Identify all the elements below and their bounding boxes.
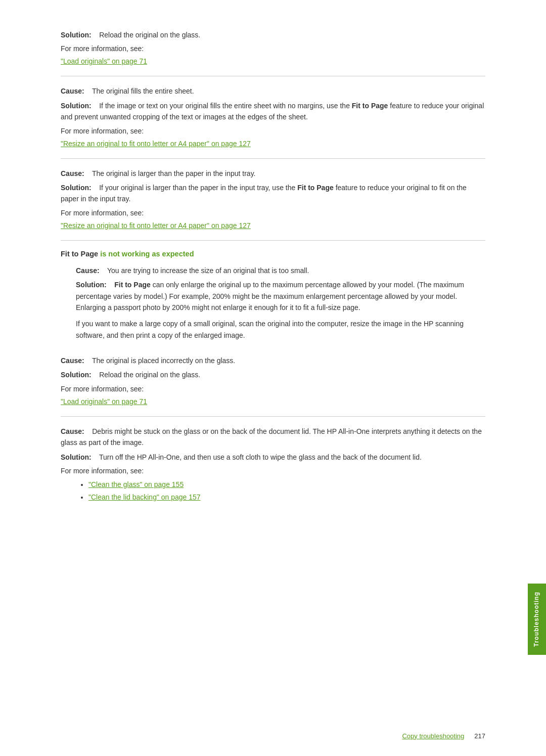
cause-5: Cause: The original is placed incorrectl… — [61, 355, 485, 366]
cause-2: Cause: The original fills the entire she… — [61, 85, 485, 97]
section-3: Cause: The original is larger than the p… — [61, 159, 485, 241]
solution-6: Solution: Turn off the HP All-in-One, an… — [61, 452, 485, 463]
solution-label-5: Solution: — [61, 371, 92, 379]
cause-label-2: Cause: — [61, 87, 84, 95]
side-tab-troubleshooting[interactable]: Troubleshooting — [528, 584, 546, 655]
info-label-2: For more information, see: — [61, 126, 485, 137]
link-1[interactable]: "Load originals" on page 71 — [61, 56, 485, 67]
bullet-item-2: "Clean the lid backing" on page 157 — [88, 492, 485, 503]
cause-label-3: Cause: — [61, 169, 84, 177]
info-label-6: For more information, see: — [61, 466, 485, 476]
bullet-item-1: "Clean the glass" on page 155 — [88, 479, 485, 490]
footer-copy-troubleshooting[interactable]: Copy troubleshooting — [402, 731, 464, 741]
fit-to-page-heading: Fit to Page is not working as expected — [61, 250, 485, 258]
solution-label-2: Solution: — [61, 102, 92, 110]
solution-label-1: Solution: — [61, 31, 92, 39]
cause-6: Cause: Debris might be stuck on the glas… — [61, 426, 485, 449]
info-label-5: For more information, see: — [61, 384, 485, 394]
heading-green-text: is not working as expected — [100, 250, 194, 258]
section-1: Solution: Reload the original on the gla… — [61, 20, 485, 76]
solution-label-3: Solution: — [61, 184, 92, 192]
link-2[interactable]: "Resize an original to fit onto letter o… — [61, 139, 485, 149]
cause-label-5: Cause: — [61, 357, 84, 365]
info-label-3: For more information, see: — [61, 208, 485, 218]
section-2: Cause: The original fills the entire she… — [61, 76, 485, 158]
section-4-indent: Cause: You are trying to increase the si… — [61, 265, 485, 341]
cause-3: Cause: The original is larger than the p… — [61, 168, 485, 179]
link-3[interactable]: "Resize an original to fit onto letter o… — [61, 220, 485, 231]
fit-to-page-heading-section: Fit to Page is not working as expected C… — [61, 241, 485, 346]
extra-paragraph-4: If you want to make a large copy of a sm… — [76, 318, 485, 341]
bullet-list-6: "Clean the glass" on page 155 "Clean the… — [61, 479, 485, 503]
bullet-link-1[interactable]: "Clean the glass" on page 155 — [88, 480, 184, 488]
solution-2: Solution: If the image or text on your o… — [61, 100, 485, 123]
page-footer: Copy troubleshooting 217 — [61, 731, 485, 741]
info-label-1: For more information, see: — [61, 43, 485, 54]
page-number: 217 — [474, 732, 485, 740]
section-5: Cause: The original is placed incorrectl… — [61, 346, 485, 417]
bullet-link-2[interactable]: "Clean the lid backing" on page 157 — [88, 493, 201, 501]
solution-5: Solution: Reload the original on the gla… — [61, 369, 485, 380]
cause-label-4: Cause: — [76, 266, 100, 275]
cause-4: Cause: You are trying to increase the si… — [76, 265, 485, 276]
solution-4: Solution: Fit to Page can only enlarge t… — [76, 279, 485, 313]
cause-label-6: Cause: — [61, 427, 84, 435]
solution-1: Solution: Reload the original on the gla… — [61, 29, 485, 40]
side-tab-label: Troubleshooting — [533, 592, 540, 647]
section-6: Cause: Debris might be stuck on the glas… — [61, 417, 485, 514]
solution-label-4: Solution: — [76, 281, 107, 289]
solution-label-6: Solution: — [61, 453, 92, 461]
solution-3: Solution: If your original is larger tha… — [61, 182, 485, 205]
link-5[interactable]: "Load originals" on page 71 — [61, 396, 485, 407]
